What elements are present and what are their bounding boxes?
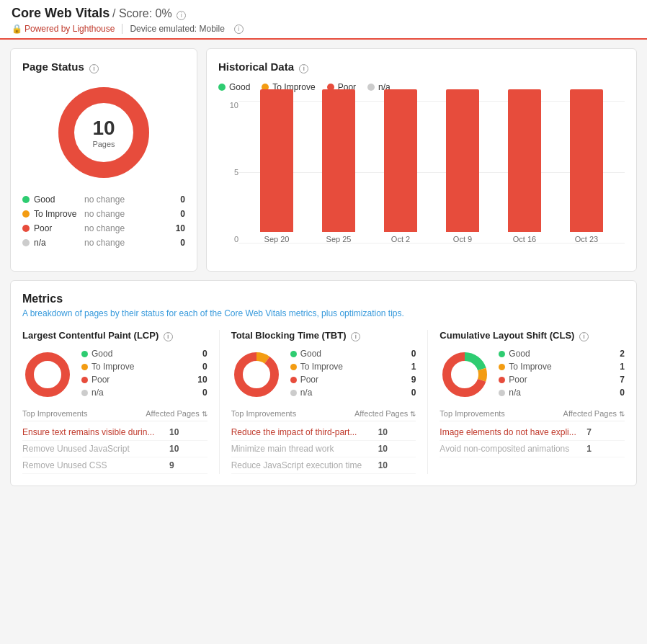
sort-icon[interactable]: ⇅ — [619, 410, 625, 418]
metric-legend: Good 0 To Improve 1 Poor 9 n/a 0 — [290, 349, 416, 401]
metric-top: Good 2 To Improve 1 Poor 7 n/a 0 — [439, 349, 625, 401]
historical-data-panel: Historical Data i GoodTo ImprovePoorn/a … — [206, 48, 637, 272]
improvement-pages: 10 — [166, 444, 179, 454]
bar — [260, 89, 293, 232]
metric-col-0: Largest Contentful Paint (LCP) i Good 0 … — [22, 330, 220, 474]
col-name-label: Top Improvements — [22, 409, 146, 418]
improvement-row: Reduce JavaScript execution time 10 — [231, 457, 416, 474]
top-bar: Core Web Vitals / Score: 0% i 🔒 Powered … — [0, 0, 647, 40]
top-panels: Page Status i 10 Pages — [10, 48, 637, 272]
improvement-pages: 10 — [375, 460, 388, 470]
legend-row-to-improve: To Improve no change 0 — [22, 209, 185, 219]
improvement-link[interactable]: Remove Unused JavaScript — [22, 444, 166, 454]
bar-group: Oct 9 — [446, 89, 479, 243]
metric-legend-row: Poor 7 — [499, 375, 625, 385]
improvement-row: Minimize main thread work 10 — [231, 441, 416, 457]
col-name-label: Top Improvements — [439, 409, 563, 418]
metric-legend-row: Good 2 — [499, 349, 625, 359]
metric-legend-row: Poor 9 — [290, 375, 416, 385]
small-donut — [231, 349, 282, 400]
improvement-link[interactable]: Reduce the impact of third-part... — [231, 427, 375, 437]
metric-info-icon[interactable]: i — [351, 332, 360, 341]
bars-container: Sep 20 Sep 25 Oct 2 Oct 9 Oct 16 Oct 23 — [238, 101, 625, 243]
improvement-pages: 10 — [375, 427, 388, 437]
legend-dot — [22, 239, 30, 246]
improvement-row: Reduce the impact of third-part... 10 — [231, 424, 416, 441]
bar-label: Oct 2 — [391, 235, 410, 243]
score-info-icon[interactable]: i — [177, 11, 186, 20]
legend-dot — [22, 210, 30, 218]
metric-legend-row: n/a 0 — [81, 388, 208, 398]
improvements-header: Top Improvements Affected Pages ⇅ — [231, 409, 416, 421]
metric-legend: Good 2 To Improve 1 Poor 7 n/a 0 — [499, 349, 625, 401]
improvement-pages: 9 — [166, 460, 174, 470]
metrics-grid: Largest Contentful Paint (LCP) i Good 0 … — [22, 330, 625, 474]
improvement-link[interactable]: Avoid non-composited animations — [439, 444, 584, 454]
improvements-header: Top Improvements Affected Pages ⇅ — [439, 409, 625, 421]
improvements-table: Top Improvements Affected Pages ⇅ Reduce… — [231, 409, 416, 474]
col-name-label: Top Improvements — [231, 409, 354, 418]
metric-col-2: Cumulative Layout Shift (CLS) i Good 2 T… — [439, 330, 625, 474]
chart-legend-item-good: Good — [218, 82, 250, 92]
status-legend: Good no change 0 To Improve no change 0 … — [22, 194, 185, 248]
metric-legend-row: Poor 10 — [81, 375, 208, 385]
improvement-pages: 1 — [584, 444, 592, 454]
sort-icon[interactable]: ⇅ — [202, 410, 208, 418]
improvement-link[interactable]: Ensure text remains visible durin... — [22, 427, 166, 437]
score-label: / Score: 0% — [112, 7, 172, 19]
info-row: 🔒 Powered by Lighthouse Device emulated:… — [12, 24, 635, 34]
improvement-row: Image elements do not have expli... 7 — [439, 424, 625, 441]
lock-icon: 🔒 — [12, 24, 22, 34]
metric-info-icon[interactable]: i — [164, 332, 173, 341]
metric-info-icon[interactable]: i — [579, 332, 589, 341]
improvement-link[interactable]: Minimize main thread work — [231, 444, 375, 454]
legend-row-poor: Poor no change 10 — [22, 223, 185, 233]
bar-label: Oct 9 — [453, 235, 472, 243]
improvements-header: Top Improvements Affected Pages ⇅ — [22, 409, 208, 421]
metric-name: Total Blocking Time (TBT) i — [231, 330, 416, 341]
improvement-link[interactable]: Remove Unused CSS — [22, 460, 166, 470]
bar-group: Oct 23 — [570, 89, 603, 243]
improvement-pages: 7 — [584, 427, 592, 437]
bar — [570, 89, 603, 232]
bar — [508, 89, 541, 232]
historical-title: Historical Data i — [218, 61, 625, 73]
improvements-table: Top Improvements Affected Pages ⇅ Image … — [439, 409, 625, 457]
legend-row-n/a: n/a no change 0 — [22, 238, 185, 248]
metric-top: Good 0 To Improve 1 Poor 9 n/a 0 — [231, 349, 416, 401]
improvement-row: Remove Unused CSS 9 — [22, 457, 208, 474]
device-info-icon[interactable]: i — [234, 24, 244, 34]
svg-point-2 — [30, 357, 66, 393]
metric-name: Cumulative Layout Shift (CLS) i — [439, 330, 625, 341]
svg-point-4 — [238, 357, 275, 393]
historical-info-icon[interactable]: i — [299, 64, 308, 73]
chart-inner: Sep 20 Sep 25 Oct 2 Oct 9 Oct 16 Oct 23 — [238, 101, 625, 259]
bar-label: Sep 20 — [264, 235, 290, 243]
legend-dot — [22, 196, 30, 203]
metric-top: Good 0 To Improve 0 Poor 10 n/a 0 — [22, 349, 208, 401]
device-label: Device emulated: Mobile — [130, 24, 224, 34]
improvement-pages: 10 — [375, 444, 388, 454]
improvement-pages: 10 — [166, 427, 179, 437]
donut-center: 10 Pages — [92, 117, 115, 148]
page-status-info-icon[interactable]: i — [89, 64, 99, 73]
metric-legend-row: Good 0 — [81, 349, 208, 359]
bar — [322, 89, 355, 232]
total-pages-number: 10 — [92, 117, 115, 140]
lighthouse-label: 🔒 Powered by Lighthouse — [12, 24, 115, 34]
bar-label: Sep 25 — [326, 235, 352, 243]
sort-icon[interactable]: ⇅ — [410, 410, 416, 418]
bar-group: Oct 16 — [508, 89, 541, 243]
col-pages-label: Affected Pages ⇅ — [146, 409, 207, 418]
improvement-link[interactable]: Image elements do not have expli... — [439, 427, 584, 437]
improvement-link[interactable]: Reduce JavaScript execution time — [231, 460, 375, 470]
page-status-title: Page Status i — [22, 61, 185, 73]
bar-chart-area: 10 5 0 Sep 20 Sep 25 Oct 2 — [218, 101, 625, 259]
main-content: Page Status i 10 Pages — [0, 40, 647, 495]
bar-label: Oct 16 — [513, 235, 536, 243]
improvements-table: Top Improvements Affected Pages ⇅ Ensure… — [22, 409, 208, 474]
y-axis-10: 10 — [230, 101, 238, 109]
improvement-row: Remove Unused JavaScript 10 — [22, 441, 208, 457]
small-donut — [22, 349, 73, 400]
legend-dot — [22, 225, 30, 232]
